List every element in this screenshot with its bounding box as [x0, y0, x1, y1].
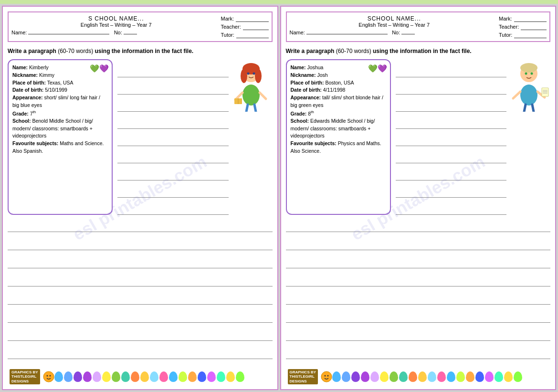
test-name-right: English Test – Writing – Year 7: [290, 22, 499, 28]
writing-line: [286, 313, 551, 323]
instructions-right: Write a paragraph (60-70 words) using th…: [286, 48, 551, 54]
egg-decoration: [504, 371, 513, 382]
svg-point-29: [321, 371, 332, 382]
fact-dob-right: Date of birth: 4/11/1998: [291, 86, 386, 94]
writing-line: [117, 137, 229, 146]
egg-decoration: [140, 371, 149, 382]
svg-point-15: [49, 375, 51, 377]
svg-line-10: [254, 105, 256, 112]
writing-line: [117, 171, 229, 180]
egg-decoration: [514, 371, 522, 382]
svg-point-14: [46, 375, 48, 377]
egg-row-left: [54, 371, 244, 382]
fact-and-lines-right: 💚💜 Name: Joshua Nickname: Josh Place of …: [286, 59, 551, 215]
girl-character: [230, 59, 273, 112]
tutor-line-right: [514, 32, 547, 38]
test-name-left: English Test – Writing – Year 7: [11, 22, 221, 28]
svg-point-6: [253, 73, 255, 75]
school-name-right: SCHOOL NAME...: [290, 15, 499, 22]
writing-line: [396, 119, 507, 129]
boy-character: [507, 59, 550, 112]
tutor-row-right: Tutor:: [499, 32, 547, 38]
writing-line: [8, 331, 273, 341]
fact-dob-left: Date of birth: 5/10/1999: [12, 86, 108, 94]
teacher-line-right: [521, 23, 547, 30]
writing-line: [396, 205, 507, 215]
writing-line: [286, 259, 551, 268]
content-area-right: 💚💜 Name: Joshua Nickname: Josh Place of …: [286, 59, 551, 369]
svg-point-0: [242, 85, 260, 106]
fact-school-right: School: Edwards Middle School / big/ mod…: [291, 117, 386, 140]
smiley-icon-left: [43, 371, 54, 382]
writing-line: [396, 68, 507, 77]
egg-decoration: [93, 371, 101, 382]
writing-line: [117, 68, 229, 77]
svg-line-8: [260, 93, 266, 99]
egg-decoration: [342, 371, 350, 382]
egg-decoration: [437, 371, 446, 382]
instructions-bold2-right: using the information in the fact file.: [373, 48, 472, 54]
top-bar: [0, 0, 558, 4]
egg-decoration: [466, 371, 474, 382]
egg-decoration: [121, 371, 130, 382]
instructions-left: Write a paragraph (60-70 words) using th…: [8, 48, 273, 54]
egg-decoration: [418, 371, 427, 382]
fact-subjects-left: Favourite subjects: Maths and Science. A…: [12, 140, 108, 155]
egg-decoration: [456, 371, 465, 382]
mark-row-right: Mark:: [499, 15, 547, 22]
egg-decoration: [380, 371, 389, 382]
fact-place-right: Place of birth: Boston, USA: [291, 79, 386, 87]
egg-decoration: [159, 371, 168, 382]
writing-line: [8, 313, 273, 323]
mark-label-left: Mark:: [221, 16, 234, 21]
egg-decoration: [169, 371, 178, 382]
writing-line: [8, 222, 273, 232]
writing-line: [396, 188, 507, 198]
mark-line-left: [236, 15, 269, 22]
fact-school-left: School: Benold Middle School / big/ mode…: [12, 117, 108, 140]
header-right-left: Mark: Teacher: Tutor:: [221, 15, 269, 38]
teacher-row-left: Teacher:: [221, 23, 269, 30]
content-area-left: 💚💜 Name: Kimberly Nickname: Kimmy Place …: [8, 59, 273, 369]
no-label-left: No:: [114, 30, 122, 35]
name-row-right: Name: No:: [290, 30, 499, 35]
tutor-label-right: Tutor:: [499, 32, 512, 38]
egg-decoration: [131, 371, 139, 382]
fact-subjects-right: Favourite subjects: Physics and Maths. A…: [291, 140, 386, 155]
writing-line: [286, 350, 551, 359]
writing-line: [8, 259, 273, 268]
svg-line-21: [513, 92, 520, 98]
writing-line: [396, 154, 507, 163]
egg-decoration: [188, 371, 197, 382]
instructions-bold-left: Write a paragraph: [8, 48, 58, 54]
svg-point-19: [525, 73, 527, 75]
fact-appearance-right: Appearance: tall/ slim/ short blonde hai…: [291, 94, 386, 109]
writing-line: [396, 171, 507, 180]
instructions-paren-right: (60-70 words): [336, 48, 373, 54]
egg-decoration: [361, 371, 369, 382]
svg-point-3: [241, 69, 247, 83]
svg-line-9: [246, 105, 248, 112]
writing-line: [117, 102, 229, 112]
egg-decoration: [236, 371, 244, 382]
fact-and-lines-left: 💚💜 Name: Kimberly Nickname: Kimmy Place …: [8, 59, 273, 215]
school-name-left: S CHOOL NAME...: [11, 15, 221, 22]
teacher-label-left: Teacher:: [221, 24, 241, 30]
lines-right-right: [396, 59, 551, 215]
svg-point-13: [43, 371, 54, 382]
egg-decoration: [54, 371, 63, 382]
sheet-left: esl printables.com S CHOOL NAME... Engli…: [2, 6, 278, 390]
teacher-label-right: Teacher:: [499, 24, 519, 30]
bottom-writing-lines-left: [8, 222, 273, 369]
writing-line: [396, 137, 507, 146]
egg-decoration: [351, 371, 360, 382]
writing-line: [286, 222, 551, 232]
fact-place-left: Place of birth: Texas, USA: [12, 79, 108, 87]
header-left-left: S CHOOL NAME... English Test – Writing –…: [11, 15, 221, 38]
svg-point-31: [327, 375, 329, 377]
instructions-paren-left: (60-70 words): [58, 48, 95, 54]
svg-point-4: [255, 69, 262, 83]
mark-row-left: Mark:: [221, 15, 269, 22]
egg-decoration: [198, 371, 206, 382]
teacher-line-left: [243, 23, 269, 30]
